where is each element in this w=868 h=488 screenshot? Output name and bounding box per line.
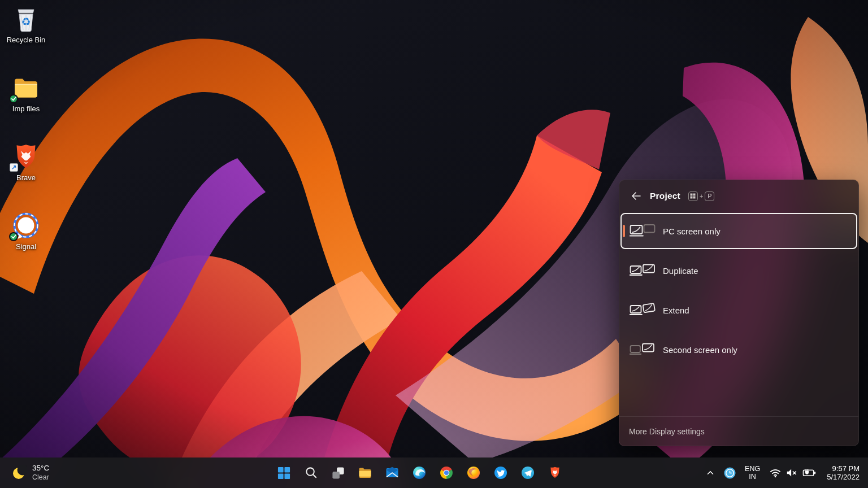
keyboard-shortcut: + P xyxy=(688,191,714,201)
signal-icon xyxy=(11,211,41,241)
clock-and-date[interactable]: 9:57 PM 5/17/2022 xyxy=(822,464,865,482)
task-view-icon xyxy=(331,466,345,480)
option-pc-screen-only[interactable]: PC screen only xyxy=(620,213,857,249)
battery-charging-icon xyxy=(802,467,817,479)
flyout-title: Project xyxy=(650,191,680,201)
project-flyout-panel: Project + P xyxy=(619,180,859,446)
windows-key-icon xyxy=(688,191,698,201)
edge-button[interactable] xyxy=(408,461,431,484)
language-indicator[interactable]: ENG IN xyxy=(741,465,764,481)
taskbar-app-icons xyxy=(272,461,566,484)
region-code: IN xyxy=(749,473,756,481)
weather-text: 35°C Clear xyxy=(32,464,49,482)
task-view-button[interactable] xyxy=(327,461,349,484)
search-button[interactable] xyxy=(300,461,322,484)
desktop-icon-signal[interactable]: Signal xyxy=(3,211,49,251)
desktop-icon-label: Imp files xyxy=(12,104,40,113)
desktop-icon-recycle-bin[interactable]: ♻ Recycle Bin xyxy=(3,5,49,44)
back-button[interactable] xyxy=(626,188,645,204)
telegram-icon xyxy=(520,465,535,480)
start-button[interactable] xyxy=(272,461,295,484)
option-label: Second screen only xyxy=(663,345,737,355)
chevron-up-icon xyxy=(705,468,715,478)
mail-icon xyxy=(385,465,400,480)
project-flyout-header: Project + P xyxy=(619,180,858,212)
wifi-icon xyxy=(769,467,782,479)
tray-time: 9:57 PM xyxy=(832,464,860,473)
option-extend[interactable]: Extend xyxy=(620,292,857,328)
svg-text:♻: ♻ xyxy=(21,15,31,28)
desktop-icon-list: ♻ Recycle Bin Imp files xyxy=(3,5,49,251)
flyout-footer: More Display settings xyxy=(619,416,858,446)
more-display-settings-link[interactable]: More Display settings xyxy=(629,427,705,436)
desktop-icon-label: Signal xyxy=(16,242,36,251)
second-screen-only-icon xyxy=(630,341,656,358)
chrome-icon xyxy=(439,465,454,480)
sync-check-badge xyxy=(9,94,18,103)
tray-date: 5/17/2022 xyxy=(827,473,860,482)
file-explorer-button[interactable] xyxy=(354,461,376,484)
desktop-icon-brave[interactable]: ↗ Brave xyxy=(3,142,49,182)
sync-check-badge xyxy=(9,232,18,241)
file-explorer-icon xyxy=(358,465,372,480)
option-duplicate[interactable]: Duplicate xyxy=(620,252,857,289)
recycle-bin-icon: ♻ xyxy=(11,5,41,34)
twitter-button[interactable] xyxy=(489,461,512,484)
desktop-icon-label: Brave xyxy=(16,173,36,182)
option-label: PC screen only xyxy=(663,226,721,236)
desktop-icon-label: Recycle Bin xyxy=(7,36,46,44)
language-code: ENG xyxy=(745,465,760,473)
search-icon xyxy=(304,466,318,480)
brave-taskbar-icon xyxy=(548,466,562,480)
hidden-icons-button[interactable] xyxy=(702,461,719,484)
system-tray: ENG IN xyxy=(702,460,865,486)
desktop-icon-imp-files[interactable]: Imp files xyxy=(3,73,49,113)
desktop: ♻ Recycle Bin Imp files xyxy=(0,0,868,488)
taskbar: 35°C Clear xyxy=(0,457,868,488)
telegram-button[interactable] xyxy=(517,461,539,484)
tray-clock-app-button[interactable] xyxy=(720,461,740,484)
windows-logo-icon xyxy=(277,466,291,480)
shortcut-separator: + xyxy=(700,193,703,199)
selected-accent-pill xyxy=(623,225,625,237)
chrome-button[interactable] xyxy=(435,461,458,484)
clock-app-icon xyxy=(723,467,736,480)
weather-widget[interactable]: 35°C Clear xyxy=(6,460,55,486)
projection-options-list: PC screen only Duplicate xyxy=(620,213,857,368)
weather-temperature: 35°C xyxy=(32,464,49,473)
option-label: Duplicate xyxy=(663,266,698,276)
crescent-moon-icon xyxy=(11,465,27,481)
weather-condition: Clear xyxy=(32,473,49,482)
brave-button[interactable] xyxy=(544,461,566,484)
folder-icon xyxy=(11,73,41,103)
duplicate-icon xyxy=(630,262,656,279)
network-volume-battery-button[interactable] xyxy=(765,461,821,484)
shortcut-arrow-badge: ↗ xyxy=(10,163,18,172)
p-key-badge: P xyxy=(705,191,714,201)
back-arrow-icon xyxy=(631,192,641,200)
option-label: Extend xyxy=(663,306,689,315)
pc-screen-only-icon xyxy=(630,223,656,239)
firefox-icon xyxy=(466,465,481,480)
edge-icon xyxy=(412,465,427,480)
volume-muted-icon xyxy=(785,467,798,479)
firefox-button[interactable] xyxy=(462,461,485,484)
extend-icon xyxy=(630,302,656,319)
twitter-icon xyxy=(493,465,508,480)
mail-button[interactable] xyxy=(381,461,403,484)
brave-icon: ↗ xyxy=(11,142,41,172)
option-second-screen-only[interactable]: Second screen only xyxy=(620,332,857,368)
